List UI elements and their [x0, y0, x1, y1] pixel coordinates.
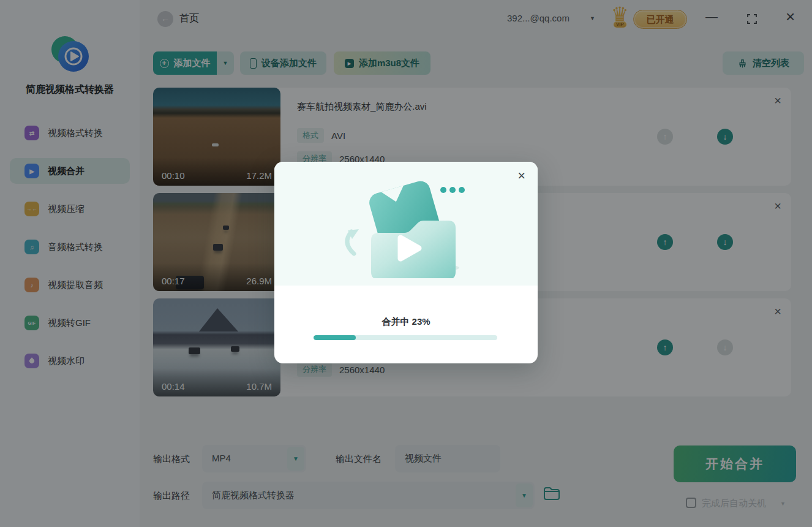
merge-progress-fill [314, 335, 356, 340]
merge-progress-bar [314, 335, 497, 340]
dialog-close-button[interactable]: × [517, 168, 525, 184]
merge-status-prefix: 合并中 [382, 316, 409, 327]
folder-play-illustration [336, 180, 476, 278]
merge-percent: 23% [412, 316, 430, 327]
merge-status-text: 合并中 23% [274, 316, 538, 328]
dialog-illustration-area [274, 162, 538, 286]
merge-progress-dialog: × 合并中 23% [274, 162, 538, 363]
